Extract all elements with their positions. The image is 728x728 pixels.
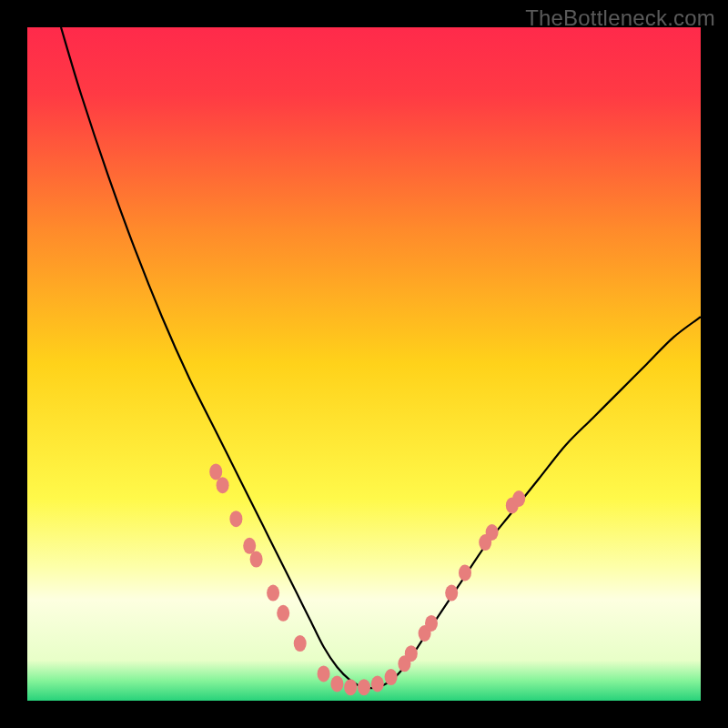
bead-marker (425, 615, 438, 632)
bead-marker (294, 635, 307, 652)
bead-marker (459, 564, 471, 581)
bead-marker (512, 490, 525, 507)
bead-marker (344, 679, 357, 695)
bead-marker (486, 524, 499, 541)
bead-marker (217, 477, 229, 493)
bead-marker (277, 605, 289, 622)
bead-marker (267, 585, 279, 602)
chart-background (27, 27, 701, 701)
bead-marker (385, 669, 398, 685)
bead-marker (209, 463, 222, 480)
bead-marker (405, 645, 418, 662)
bead-marker (229, 511, 242, 527)
bead-marker (371, 676, 384, 693)
bead-marker (445, 585, 458, 602)
chart-frame: TheBottleneck.com (0, 0, 728, 728)
chart-plot (27, 27, 701, 701)
bead-marker (330, 676, 343, 693)
bead-marker (358, 679, 370, 695)
bead-marker (243, 538, 256, 554)
bead-marker (250, 551, 263, 568)
bead-marker (318, 665, 330, 682)
